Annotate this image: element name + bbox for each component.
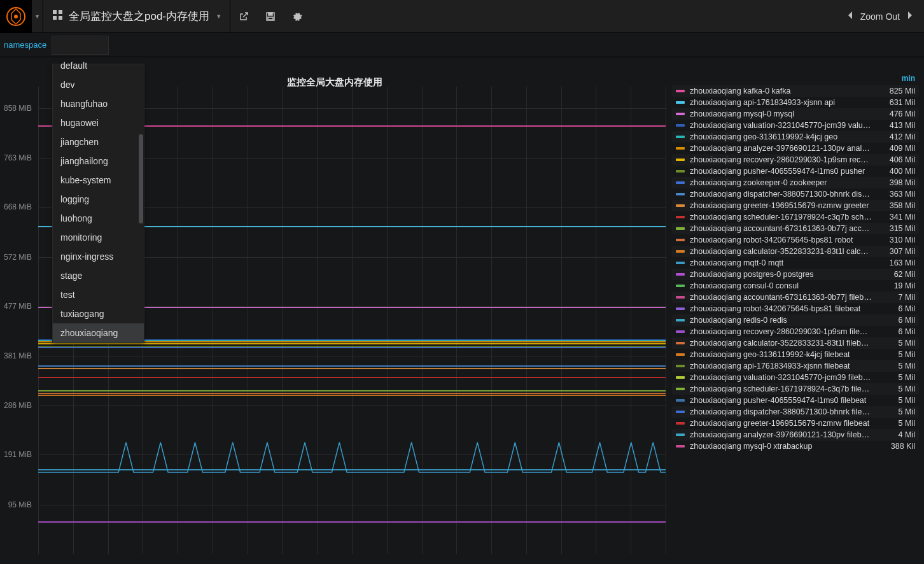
chart-series-line bbox=[38, 347, 666, 348]
legend-row[interactable]: zhouxiaoqiang mqtt-0 mqtt163 Mil bbox=[672, 257, 919, 269]
legend-row[interactable]: zhouxiaoqiang pusher-4065559474-l1ms0 pu… bbox=[672, 166, 919, 177]
grafana-logo[interactable] bbox=[0, 0, 32, 33]
save-button[interactable] bbox=[257, 0, 284, 33]
dropdown-option[interactable]: jianghailong bbox=[53, 152, 144, 171]
legend-row[interactable]: zhouxiaoqiang robot-3420675645-bps81 rob… bbox=[672, 234, 919, 246]
time-back-button[interactable] bbox=[846, 11, 854, 22]
dropdown-option[interactable]: kube-system bbox=[53, 171, 144, 190]
legend-row[interactable]: zhouxiaoqiang recovery-2860299030-1p9sm … bbox=[672, 154, 919, 166]
legend-series-name: zhouxiaoqiang mysql-0 mysql bbox=[690, 109, 872, 118]
legend-series-name: zhouxiaoqiang redis-0 redis bbox=[690, 316, 872, 325]
dropdown-option[interactable]: jiangchen bbox=[53, 132, 144, 152]
legend-row[interactable]: zhouxiaoqiang geo-3136119992-k4jcj geo41… bbox=[672, 131, 919, 143]
legend-series-value: 19 Mil bbox=[877, 281, 915, 290]
legend-row[interactable]: zhouxiaoqiang calculator-3522833231-83t1… bbox=[672, 246, 919, 257]
legend-series-value: 5 Mil bbox=[877, 419, 915, 428]
legend-series-name: zhouxiaoqiang mysql-0 xtrabackup bbox=[690, 442, 872, 451]
legend-series-name: zhouxiaoqiang api-1761834933-xjsnn fileb… bbox=[690, 362, 872, 370]
legend-row[interactable]: zhouxiaoqiang kafka-0 kafka825 Mil bbox=[672, 85, 919, 97]
legend-series-name: zhouxiaoqiang greeter-1969515679-nzmrw g… bbox=[690, 201, 872, 210]
dropdown-scrollbar[interactable] bbox=[139, 134, 143, 223]
legend-row[interactable]: zhouxiaoqiang calculator-3522833231-83t1… bbox=[672, 337, 919, 349]
share-button[interactable] bbox=[230, 0, 257, 33]
legend-row[interactable]: zhouxiaoqiang dispatcher-3880571300-bhnr… bbox=[672, 188, 919, 200]
legend-series-value: 5 Mil bbox=[877, 396, 915, 405]
legend-row[interactable]: zhouxiaoqiang scheduler-1671978924-c3q7b… bbox=[672, 211, 919, 223]
dashboard-grid-icon bbox=[52, 10, 64, 23]
svg-point-1 bbox=[14, 15, 18, 18]
template-variable-bar: namespace bbox=[0, 33, 924, 57]
dropdown-option[interactable]: zhouxiaoqiang bbox=[53, 323, 144, 342]
legend-swatch bbox=[676, 227, 685, 230]
gridline-v bbox=[456, 87, 457, 554]
legend-row[interactable]: zhouxiaoqiang accountant-673161363-0b77j… bbox=[672, 223, 919, 234]
dropdown-option[interactable]: luohong bbox=[53, 209, 144, 228]
legend-row[interactable]: zhouxiaoqiang mysql-0 xtrabackup388 Kil bbox=[672, 441, 919, 452]
legend-row[interactable]: zhouxiaoqiang api-1761834933-xjsnn fileb… bbox=[672, 360, 919, 372]
legend-swatch bbox=[676, 342, 685, 344]
legend-series-value: 398 Mil bbox=[877, 178, 915, 187]
legend-row[interactable]: zhouxiaoqiang greeter-1969515679-nzmrw f… bbox=[672, 418, 919, 429]
dropdown-option[interactable]: huangfuhao bbox=[53, 94, 144, 113]
legend-header-min[interactable]: min bbox=[672, 73, 919, 85]
legend-series-value: 4 Mil bbox=[877, 430, 915, 439]
dropdown-option[interactable]: default bbox=[53, 60, 144, 75]
legend-row[interactable]: zhouxiaoqiang redis-0 redis6 Mil bbox=[672, 314, 919, 326]
legend-swatch bbox=[676, 216, 685, 218]
chart-series-line bbox=[38, 390, 666, 391]
legend-series-name: zhouxiaoqiang recovery-2860299030-1p9sm … bbox=[690, 327, 872, 336]
legend-row[interactable]: zhouxiaoqiang scheduler-1671978924-c3q7b… bbox=[672, 383, 919, 395]
legend-swatch bbox=[676, 388, 685, 390]
legend-series-name: zhouxiaoqiang pusher-4065559474-l1ms0 fi… bbox=[690, 396, 872, 405]
legend-row[interactable]: zhouxiaoqiang valuation-3231045770-jcm39… bbox=[672, 120, 919, 131]
gridline-v bbox=[631, 87, 631, 554]
legend-row[interactable]: zhouxiaoqiang mysql-0 mysql476 Mil bbox=[672, 108, 919, 120]
svg-rect-2 bbox=[53, 10, 57, 14]
legend-row[interactable]: zhouxiaoqiang greeter-1969515679-nzmrw g… bbox=[672, 200, 919, 211]
legend-row[interactable]: zhouxiaoqiang geo-3136119992-k4jcj fileb… bbox=[672, 349, 919, 360]
dropdown-option[interactable]: hugaowei bbox=[53, 113, 144, 132]
namespace-dropdown[interactable]: defaultdevhuangfuhaohugaoweijiangchenjia… bbox=[52, 64, 144, 343]
dropdown-option[interactable]: tuxiaogang bbox=[53, 304, 144, 323]
legend-row[interactable]: zhouxiaoqiang dispatcher-3880571300-bhnr… bbox=[672, 406, 919, 418]
legend-row[interactable]: zhouxiaoqiang consul-0 consul19 Mil bbox=[672, 280, 919, 292]
brand-caret-icon[interactable]: ▾ bbox=[32, 0, 43, 33]
dropdown-option[interactable]: test bbox=[53, 285, 144, 304]
dropdown-option[interactable]: stage bbox=[53, 266, 144, 285]
legend-swatch bbox=[676, 445, 685, 448]
legend-swatch bbox=[676, 170, 685, 173]
legend-row[interactable]: zhouxiaoqiang analyzer-3976690121-130pv … bbox=[672, 143, 919, 154]
legend-series-name: zhouxiaoqiang robot-3420675645-bps81 fil… bbox=[690, 304, 872, 313]
legend-row[interactable]: zhouxiaoqiang accountant-673161363-0b77j… bbox=[672, 292, 919, 303]
gridline-v bbox=[526, 87, 527, 554]
legend-series-value: 413 Mil bbox=[877, 121, 915, 130]
dropdown-option[interactable]: logging bbox=[53, 190, 144, 209]
dashboard-picker[interactable]: 全局监控大盘之pod-内存使用 ▾ bbox=[43, 0, 230, 33]
legend-row[interactable]: zhouxiaoqiang analyzer-3976690121-130pv … bbox=[672, 429, 919, 441]
variable-value-namespace[interactable] bbox=[52, 36, 109, 55]
legend-row[interactable]: zhouxiaoqiang valuation-3231045770-jcm39… bbox=[672, 372, 919, 383]
chart-spike-series bbox=[38, 437, 666, 476]
dropdown-option[interactable]: nginx-ingress bbox=[53, 247, 144, 266]
legend-swatch bbox=[676, 319, 685, 321]
y-axis-label: 191 MiB bbox=[4, 450, 32, 459]
gridline-v bbox=[248, 87, 248, 554]
zoom-out-button[interactable]: Zoom Out bbox=[860, 11, 900, 22]
legend-row[interactable]: zhouxiaoqiang robot-3420675645-bps81 fil… bbox=[672, 303, 919, 314]
legend-row[interactable]: zhouxiaoqiang recovery-2860299030-1p9sm … bbox=[672, 326, 919, 337]
svg-rect-4 bbox=[53, 16, 57, 20]
dropdown-option[interactable]: dev bbox=[53, 75, 144, 94]
legend-series-name: zhouxiaoqiang dispatcher-3880571300-bhnr… bbox=[690, 407, 872, 416]
legend-series-value: 7 Mil bbox=[877, 293, 915, 302]
variable-label-namespace: namespace bbox=[4, 40, 46, 50]
time-forward-button[interactable] bbox=[906, 11, 914, 22]
legend-row[interactable]: zhouxiaoqiang api-1761834933-xjsnn api63… bbox=[672, 97, 919, 108]
legend-series-name: zhouxiaoqiang accountant-673161363-0b77j… bbox=[690, 293, 872, 302]
legend-row[interactable]: zhouxiaoqiang postgres-0 postgres62 Mil bbox=[672, 269, 919, 280]
dropdown-option[interactable]: monitoring bbox=[53, 228, 144, 247]
legend-row[interactable]: zhouxiaoqiang pusher-4065559474-l1ms0 fi… bbox=[672, 395, 919, 406]
legend-series-value: 400 Mil bbox=[877, 167, 915, 176]
settings-button[interactable] bbox=[284, 0, 311, 33]
legend-row[interactable]: zhouxiaoqiang zookeeper-0 zookeeper398 M… bbox=[672, 177, 919, 188]
legend-series-value: 5 Mil bbox=[877, 362, 915, 370]
